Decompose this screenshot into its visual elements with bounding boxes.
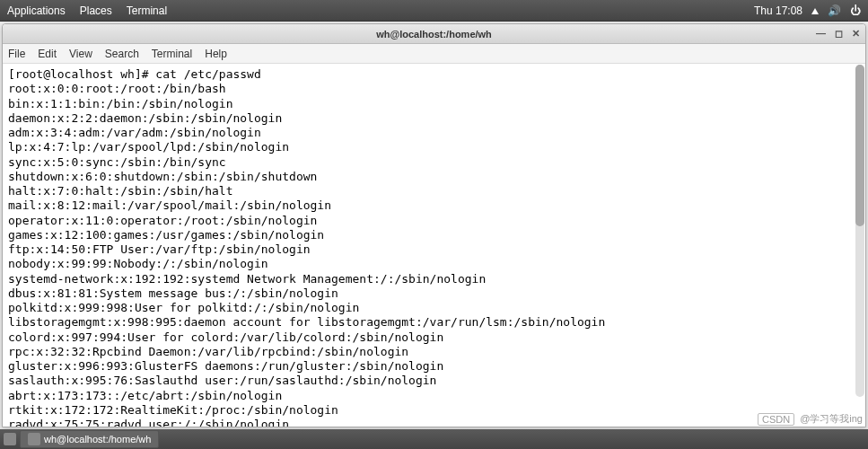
terminal-line: dbus:x:81:81:System message bus:/:/sbin/… (8, 286, 860, 301)
terminal-line: operator:x:11:0:operator:/root:/sbin/nol… (8, 214, 860, 228)
terminal-line: root:x:0:0:root:/root:/bin/bash (8, 82, 860, 96)
top-panel-left: Applications Places Terminal (7, 4, 167, 17)
terminal-line: mail:x:8:12:mail:/var/spool/mail:/sbin/n… (8, 198, 860, 213)
menu-view[interactable]: View (69, 48, 92, 60)
terminal-line: libstoragemgmt:x:998:995:daemon account … (8, 315, 860, 330)
terminal-line: adm:x:3:4:adm:/var/adm:/sbin/nologin (8, 126, 860, 140)
terminal-line: games:x:12:100:games:/usr/games:/sbin/no… (8, 228, 860, 242)
power-icon[interactable]: ⏻ (850, 4, 861, 17)
places-menu[interactable]: Places (80, 4, 112, 17)
terminal-line: rpc:x:32:32:Rpcbind Daemon:/var/lib/rpcb… (8, 345, 860, 359)
terminal-line: bin:x:1:1:bin:/bin:/sbin/nologin (8, 97, 860, 111)
network-icon[interactable] (811, 4, 819, 17)
terminal-line: nobody:x:99:99:Nobody:/:/sbin/nologin (8, 257, 860, 271)
window-controls: — ◻ ✕ (816, 28, 860, 40)
terminal-line: rtkit:x:172:172:RealtimeKit:/proc:/sbin/… (8, 403, 860, 418)
terminal-scrollbar[interactable] (855, 65, 864, 397)
terminal-menubar: File Edit View Search Terminal Help (3, 44, 865, 64)
watermark-badge: CSDN (758, 413, 794, 426)
gnome-top-panel: Applications Places Terminal Thu 17:08 🔊… (0, 0, 868, 22)
bottom-taskbar: wh@localhost:/home/wh (0, 429, 868, 449)
terminal-icon (28, 433, 40, 445)
terminal-line: gluster:x:996:993:GlusterFS daemons:/run… (8, 359, 860, 374)
terminal-line: shutdown:x:6:0:shutdown:/sbin:/sbin/shut… (8, 170, 860, 184)
terminal-content[interactable]: [root@localhost wh]# cat /etc/passwdroot… (3, 64, 865, 427)
taskbar-label: wh@localhost:/home/wh (44, 434, 151, 445)
close-button[interactable]: ✕ (852, 28, 860, 40)
taskbar-terminal-button[interactable]: wh@localhost:/home/wh (20, 430, 159, 448)
minimize-button[interactable]: — (816, 28, 826, 40)
volume-icon[interactable]: 🔊 (828, 4, 841, 17)
terminal-line: polkitd:x:999:998:User for polkitd:/:/sb… (8, 301, 860, 315)
clock[interactable]: Thu 17:08 (754, 4, 802, 17)
scrollbar-thumb[interactable] (855, 65, 864, 226)
terminal-line: saslauth:x:995:76:Saslauthd user:/run/sa… (8, 374, 860, 388)
top-panel-right: Thu 17:08 🔊 ⏻ (754, 4, 861, 17)
terminal-line: radvd:x:75:75:radvd user:/:/sbin/nologin (8, 418, 860, 427)
terminal-line: daemon:x:2:2:daemon:/sbin:/sbin/nologin (8, 111, 860, 126)
terminal-line: sync:x:5:0:sync:/sbin:/bin/sync (8, 155, 860, 170)
window-title: wh@localhost:/home/wh (376, 29, 492, 40)
terminal-line: systemd-network:x:192:192:systemd Networ… (8, 272, 860, 286)
terminal-window: wh@localhost:/home/wh — ◻ ✕ File Edit Vi… (2, 23, 866, 427)
show-desktop-icon[interactable] (4, 433, 16, 445)
window-titlebar[interactable]: wh@localhost:/home/wh — ◻ ✕ (3, 24, 865, 44)
watermark: CSDN @学习等我ing (758, 412, 863, 426)
applications-menu[interactable]: Applications (7, 4, 66, 17)
terminal-line: lp:x:4:7:lp:/var/spool/lpd:/sbin/nologin (8, 140, 860, 154)
menu-help[interactable]: Help (205, 48, 227, 60)
terminal-prompt-line: [root@localhost wh]# cat /etc/passwd (8, 67, 860, 82)
terminal-line: colord:x:997:994:User for colord:/var/li… (8, 330, 860, 345)
terminal-line: halt:x:7:0:halt:/sbin:/sbin/halt (8, 184, 860, 198)
menu-file[interactable]: File (8, 48, 25, 60)
menu-search[interactable]: Search (105, 48, 139, 60)
maximize-button[interactable]: ◻ (835, 28, 843, 40)
menu-edit[interactable]: Edit (38, 48, 57, 60)
watermark-text: @学习等我ing (800, 412, 863, 426)
menu-terminal[interactable]: Terminal (152, 48, 192, 60)
terminal-line: ftp:x:14:50:FTP User:/var/ftp:/sbin/nolo… (8, 242, 860, 257)
terminal-line: abrt:x:173:173::/etc/abrt:/sbin/nologin (8, 389, 860, 403)
terminal-app-indicator[interactable]: Terminal (127, 4, 167, 17)
